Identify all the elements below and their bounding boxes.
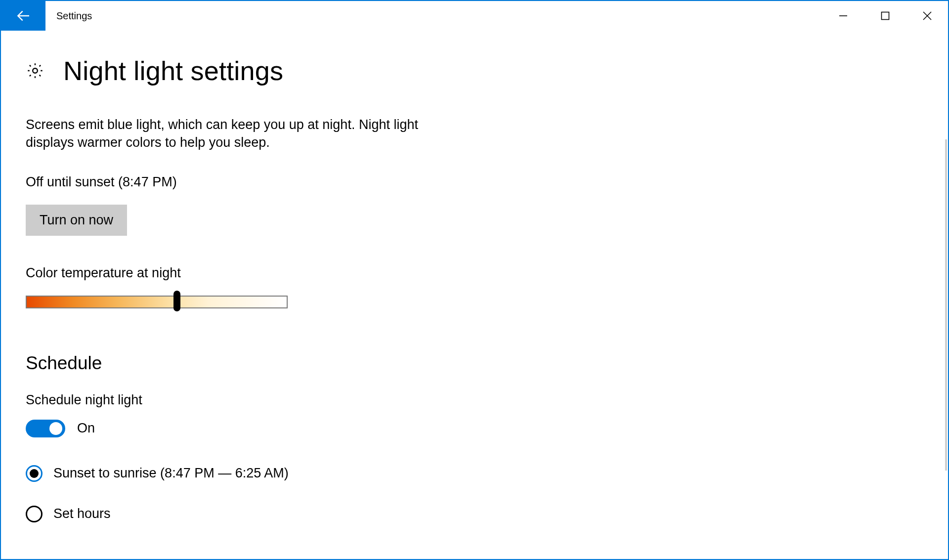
slider-thumb[interactable] <box>173 291 180 311</box>
minimize-icon <box>839 11 848 20</box>
content-area: Night light settings Screens emit blue l… <box>1 31 948 559</box>
turn-on-now-button[interactable]: Turn on now <box>26 205 127 236</box>
page-header: Night light settings <box>26 55 923 86</box>
window-title: Settings <box>45 1 92 31</box>
slider-track <box>26 296 288 308</box>
toggle-knob <box>49 422 62 435</box>
radio-set-hours[interactable]: Set hours <box>26 506 923 522</box>
color-temperature-slider[interactable] <box>26 296 288 308</box>
arrow-left-icon <box>15 8 31 24</box>
radio-button-icon <box>26 465 43 482</box>
close-icon <box>922 11 932 21</box>
svg-point-5 <box>33 68 38 73</box>
schedule-toggle-row: On <box>26 420 923 437</box>
title-bar: Settings <box>1 1 948 31</box>
close-button[interactable] <box>906 1 948 31</box>
night-light-status: Off until sunset (8:47 PM) <box>26 174 923 190</box>
page-title: Night light settings <box>63 55 283 86</box>
radio-label: Set hours <box>53 506 111 521</box>
color-temperature-label: Color temperature at night <box>26 265 923 281</box>
settings-window: Settings <box>0 0 949 560</box>
scrollbar[interactable] <box>945 139 947 471</box>
radio-label: Sunset to sunrise (8:47 PM — 6:25 AM) <box>53 466 289 481</box>
back-button[interactable] <box>1 1 45 31</box>
schedule-toggle[interactable] <box>26 420 65 437</box>
title-drag-area[interactable] <box>92 1 822 31</box>
svg-rect-2 <box>881 12 889 20</box>
maximize-button[interactable] <box>864 1 906 31</box>
radio-sunset-to-sunrise[interactable]: Sunset to sunrise (8:47 PM — 6:25 AM) <box>26 465 923 482</box>
schedule-toggle-state: On <box>77 421 95 436</box>
window-controls <box>822 1 948 31</box>
schedule-heading: Schedule <box>26 353 923 374</box>
minimize-button[interactable] <box>822 1 864 31</box>
schedule-toggle-label: Schedule night light <box>26 392 923 408</box>
gear-icon <box>26 61 44 80</box>
maximize-icon <box>881 11 890 20</box>
radio-button-icon <box>26 506 43 522</box>
page-description: Screens emit blue light, which can keep … <box>26 116 451 152</box>
